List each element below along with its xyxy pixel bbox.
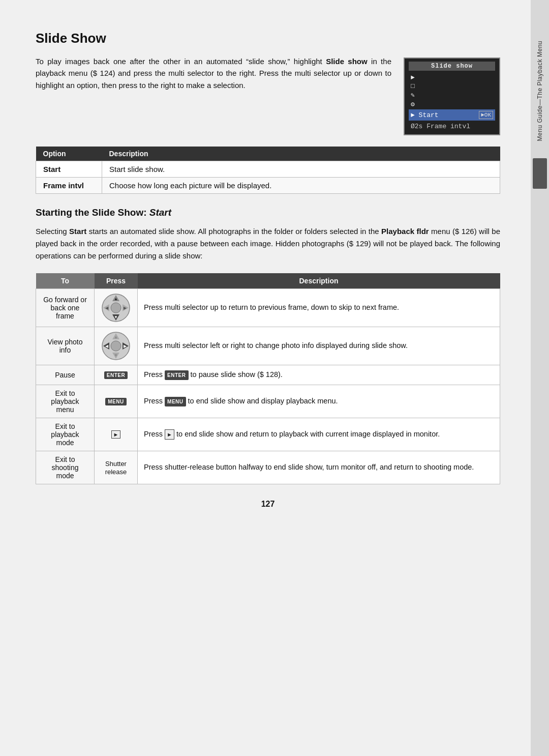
cs-ok-label: ►OK: [479, 111, 493, 119]
shutter-release-text: Shutter release: [105, 460, 127, 476]
ops-row-pause: Pause ENTER Press ENTER to pause slide s…: [36, 365, 500, 385]
options-header-option: Option: [36, 147, 102, 161]
section2-body: Selecting Start starts an automated slid…: [36, 225, 500, 262]
option-frame-intvl: Frame intvl: [36, 178, 102, 194]
page-title: Slide Show: [36, 31, 500, 46]
svg-text:▲: ▲: [114, 297, 118, 301]
side-tab-line1: Menu Guide—The Playback Menu: [536, 41, 543, 141]
svg-text:◀: ◀: [105, 344, 109, 348]
cs-icon-row-4: ⚙: [411, 100, 495, 108]
menu-button-badge: MENU: [105, 398, 126, 405]
desc-frame-intvl: Choose how long each picture will be dis…: [102, 178, 500, 194]
cs-frame-label: Ø2s Frame intvl: [411, 123, 470, 130]
intro-section: To play images back one after the other …: [36, 55, 500, 135]
intro-text: To play images back one after the other …: [36, 55, 391, 135]
ops-table: To Press Description Go forward or back …: [36, 273, 500, 484]
ops-desc-forward-back: Press multi selector up to return to pre…: [138, 289, 500, 327]
options-header-description: Description: [102, 147, 500, 161]
ops-to-pause: Pause: [36, 365, 95, 385]
ops-row-exit-shooting-mode: Exit to shooting mode Shutter release Pr…: [36, 451, 500, 484]
page-wrapper: Slide Show To play images back one after…: [0, 0, 549, 756]
svg-text:◀: ◀: [105, 306, 109, 310]
menu-inline-badge: MENU: [165, 397, 186, 406]
svg-text:▼: ▼: [114, 315, 118, 319]
ops-press-shutter: Shutter release: [95, 451, 138, 484]
options-table: Option Description Start Start slide sho…: [36, 147, 500, 194]
cs-gear-icon: ⚙: [411, 100, 415, 108]
playback-inline-icon: ►: [165, 429, 174, 440]
ops-header-press: Press: [95, 273, 138, 289]
ops-desc-pause: Press ENTER to pause slide show ($ 128).: [138, 365, 500, 385]
dpad-updown-container: ▲ ▼ ◀ ▶: [101, 293, 131, 323]
cs-icon-row-3: ✎: [411, 91, 495, 99]
enter-button-badge: ENTER: [104, 371, 128, 379]
cs-start-label: ► Start: [411, 111, 479, 119]
ops-to-exit-shooting-mode: Exit to shooting mode: [36, 451, 95, 484]
desc-start: Start slide show.: [102, 161, 500, 178]
svg-point-1: [111, 303, 121, 313]
camera-screen: Slide show ► □ ✎ ⚙: [404, 57, 500, 135]
cs-pencil-icon: ✎: [411, 91, 415, 99]
ops-row-photo-info: View photo info: [36, 327, 500, 365]
cs-icon-row-1: ►: [411, 74, 495, 81]
dpad-leftright-svg: ▲ ▼ ◀ ▶: [101, 331, 131, 361]
ops-desc-exit-playback-mode: Press ► to end slide show and return to …: [138, 418, 500, 451]
page-number: 127: [36, 500, 500, 509]
cs-icon-row-2: □: [411, 82, 495, 90]
ops-press-playback-icon: ►: [95, 418, 138, 451]
playback-mode-icon: ►: [111, 430, 121, 439]
svg-text:▶: ▶: [124, 344, 127, 348]
ops-header-to: To: [36, 273, 95, 289]
table-row: Frame intvl Choose how long each picture…: [36, 178, 500, 194]
ops-to-photo-info: View photo info: [36, 327, 95, 365]
ops-row-exit-playback-menu: Exit to playback menu MENU Press MENU to…: [36, 385, 500, 418]
ops-press-dpad-leftright: ▲ ▼ ◀ ▶: [95, 327, 138, 365]
dpad-updown-svg: ▲ ▼ ◀ ▶: [101, 293, 131, 323]
side-tab-block: [533, 158, 547, 189]
ops-desc-photo-info: Press multi selector left or right to ch…: [138, 327, 500, 365]
dpad-leftright-container: ▲ ▼ ◀ ▶: [101, 331, 131, 361]
ops-row-exit-playback-mode: Exit to playback mode ► Press ► to end s…: [36, 418, 500, 451]
ops-to-exit-playback-menu: Exit to playback menu: [36, 385, 95, 418]
cs-camera-icon: □: [411, 82, 415, 90]
ops-row-forward-back: Go forward or back one frame: [36, 289, 500, 327]
ops-to-exit-playback-mode: Exit to playback mode: [36, 418, 95, 451]
svg-point-11: [111, 341, 121, 351]
ops-to-forward-back: Go forward or back one frame: [36, 289, 95, 327]
svg-text:▶: ▶: [124, 306, 127, 310]
cs-frame-row: Ø2s Frame intvl: [409, 122, 495, 131]
svg-text:▲: ▲: [114, 335, 118, 339]
ops-press-menu: MENU: [95, 385, 138, 418]
camera-screen-title: Slide show: [409, 62, 495, 71]
table-row: Start Start slide show.: [36, 161, 500, 178]
ops-header-desc: Description: [138, 273, 500, 289]
sub-title: Starting the Slide Show: Start: [36, 207, 500, 218]
ops-press-enter: ENTER: [95, 365, 138, 385]
ops-press-dpad-updown: ▲ ▼ ◀ ▶: [95, 289, 138, 327]
ops-desc-exit-playback-menu: Press MENU to end slide show and display…: [138, 385, 500, 418]
cs-start-row: ► Start ►OK: [409, 109, 495, 121]
camera-screen-icons: ► □ ✎ ⚙: [409, 74, 495, 108]
option-start: Start: [36, 161, 102, 178]
ops-desc-exit-shooting-mode: Press shutter-release button halfway to …: [138, 451, 500, 484]
enter-inline-badge: ENTER: [165, 370, 188, 380]
cs-playback-icon: ►: [411, 74, 415, 81]
main-content: Slide Show To play images back one after…: [0, 0, 531, 756]
side-tab: Menu Guide—The Playback Menu: [531, 0, 549, 756]
svg-text:▼: ▼: [114, 353, 118, 358]
